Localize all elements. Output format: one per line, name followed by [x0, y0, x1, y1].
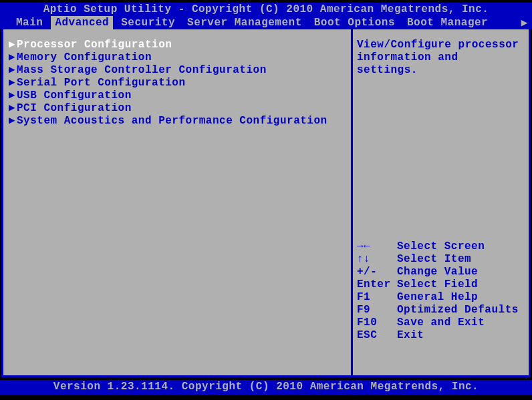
menu-pane: ▶ Processor Configuration ▶ Memory Confi… — [3, 29, 353, 375]
menu-item-label: Memory Configuration — [17, 51, 152, 64]
tab-scroll-right-icon[interactable]: ▶ — [521, 16, 528, 29]
main-content-area: ▶ Processor Configuration ▶ Memory Confi… — [1, 29, 531, 377]
key-hint-label: Change Value — [397, 266, 525, 278]
menu-item-label: USB Configuration — [17, 89, 132, 102]
footer-text: Version 1.23.1114. Copyright (C) 2010 Am… — [53, 381, 479, 393]
key-hint-label: Select Item — [397, 253, 525, 266]
key-hint-exit: ESC Exit — [357, 329, 525, 342]
key-hint-select-screen: →← Select Screen — [357, 240, 525, 253]
key-hint-label: Exit — [397, 329, 525, 342]
key-hint-key: Enter — [357, 278, 397, 291]
help-spacer — [357, 77, 525, 240]
key-hint-label: Select Screen — [397, 240, 525, 253]
title-text: Aptio Setup Utility - Copyright (C) 2010… — [43, 3, 489, 15]
key-hint-key: ESC — [357, 329, 397, 342]
key-hint-key: F9 — [357, 304, 397, 317]
title-bar: Aptio Setup Utility - Copyright (C) 2010… — [0, 3, 532, 16]
tab-bar: Main Advanced Security Server Management… — [0, 16, 532, 29]
submenu-arrow-icon: ▶ — [7, 39, 17, 51]
key-hint-key: +/- — [357, 266, 397, 278]
menu-item-pci-configuration[interactable]: ▶ PCI Configuration — [6, 102, 348, 115]
menu-item-label: Serial Port Configuration — [17, 77, 186, 89]
key-hint-key: ↑↓ — [357, 253, 397, 266]
menu-item-memory-configuration[interactable]: ▶ Memory Configuration — [6, 51, 348, 64]
menu-item-label: System Acoustics and Performance Configu… — [17, 115, 327, 128]
key-hint-key: →← — [357, 240, 397, 253]
menu-item-label: Processor Configuration — [17, 39, 172, 51]
key-hint-key: F10 — [357, 317, 397, 329]
submenu-arrow-icon: ▶ — [7, 77, 17, 89]
submenu-arrow-icon: ▶ — [7, 51, 17, 64]
menu-item-label: Mass Storage Controller Configuration — [17, 64, 267, 77]
key-hint-label: General Help — [397, 291, 525, 304]
menu-item-usb-configuration[interactable]: ▶ USB Configuration — [6, 89, 348, 102]
help-text-line: View/Configure processor — [357, 39, 525, 51]
key-hint-select-item: ↑↓ Select Item — [357, 253, 525, 266]
tab-advanced[interactable]: Advanced — [51, 16, 113, 29]
tab-boot-manager[interactable]: Boot Manager — [403, 16, 492, 29]
menu-item-mass-storage-controller-configuration[interactable]: ▶ Mass Storage Controller Configuration — [6, 64, 348, 77]
key-hint-optimized-defaults: F9 Optimized Defaults — [357, 304, 525, 317]
key-hint-label: Optimized Defaults — [397, 304, 525, 317]
submenu-arrow-icon: ▶ — [7, 64, 17, 77]
tab-boot-options[interactable]: Boot Options — [310, 16, 399, 29]
key-hint-label: Select Field — [397, 278, 525, 291]
bios-setup-screen: Aptio Setup Utility - Copyright (C) 2010… — [0, 0, 532, 400]
menu-item-processor-configuration[interactable]: ▶ Processor Configuration — [6, 39, 348, 51]
submenu-arrow-icon: ▶ — [7, 102, 17, 115]
tab-main[interactable]: Main — [12, 16, 47, 29]
key-hint-select-field: Enter Select Field — [357, 278, 525, 291]
key-hint-change-value: +/- Change Value — [357, 266, 525, 278]
submenu-arrow-icon: ▶ — [7, 89, 17, 102]
help-text-line: information and settings. — [357, 51, 525, 77]
bottom-padding — [357, 342, 525, 369]
key-hint-general-help: F1 General Help — [357, 291, 525, 304]
menu-item-serial-port-configuration[interactable]: ▶ Serial Port Configuration — [6, 77, 348, 89]
key-hint-label: Save and Exit — [397, 317, 525, 329]
key-hint-key: F1 — [357, 291, 397, 304]
help-pane: View/Configure processor information and… — [353, 29, 529, 375]
bottom-black-bar — [0, 395, 532, 400]
tab-server-management[interactable]: Server Management — [183, 16, 306, 29]
tab-security[interactable]: Security — [117, 16, 179, 29]
submenu-arrow-icon: ▶ — [7, 115, 17, 128]
menu-item-system-acoustics-performance-configuration[interactable]: ▶ System Acoustics and Performance Confi… — [6, 115, 348, 128]
menu-item-label: PCI Configuration — [17, 102, 132, 115]
footer-bar: Version 1.23.1114. Copyright (C) 2010 Am… — [0, 380, 532, 395]
key-hint-save-exit: F10 Save and Exit — [357, 317, 525, 329]
